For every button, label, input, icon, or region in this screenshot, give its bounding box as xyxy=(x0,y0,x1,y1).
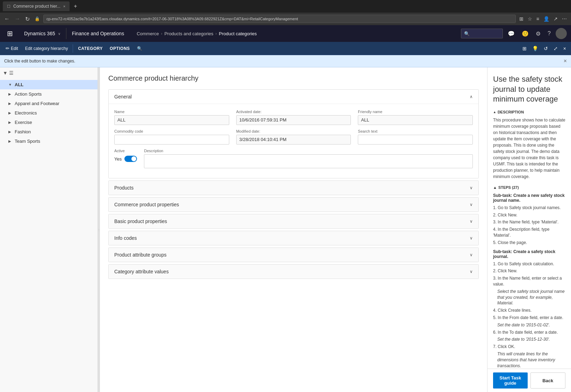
basic-properties-label: Basic product properties xyxy=(114,219,167,224)
info-codes-header[interactable]: Info codes ∨ xyxy=(109,231,478,245)
tree-chevron-fashion: ▶ xyxy=(8,130,13,134)
right-panel: Use the safety stock journal to update m… xyxy=(487,67,571,392)
brand-divider xyxy=(66,28,66,39)
back-button[interactable]: ← xyxy=(3,14,11,23)
modified-date-field: Modified date: 3/28/2018 04:10:41 PM xyxy=(236,129,351,145)
tree-item-apparel[interactable]: ▶ Apparel and Footwear xyxy=(4,99,97,108)
edit-button[interactable]: ✏ Edit xyxy=(3,43,21,54)
settings-button[interactable]: ⚙ xyxy=(534,29,543,38)
profile-button[interactable]: 👤 xyxy=(542,15,551,23)
products-section: Products ∨ xyxy=(108,180,479,195)
tree-label-team-sports: Team Sports xyxy=(15,139,93,144)
tree-item-action-sports[interactable]: ▶ Action Sports xyxy=(4,89,97,99)
toolbar-right-actions: ⊞ 💡 ↺ ⤢ × xyxy=(520,44,568,53)
step-1-1: 1. Go to Safety stock journal names. xyxy=(493,205,565,211)
friendly-name-field: Friendly name ALL xyxy=(358,110,473,125)
search-text-value xyxy=(358,135,473,145)
step-2-4: 4. Click Create lines. xyxy=(493,308,565,313)
filter-icon[interactable]: ▼ xyxy=(3,70,8,76)
breadcrumb-current: Product categories xyxy=(219,31,256,36)
step-1-2: 2. Click New. xyxy=(493,212,565,218)
tree-item-electronics[interactable]: ▶ Electronics xyxy=(4,108,97,118)
basic-properties-header[interactable]: Basic product properties ∨ xyxy=(109,214,478,228)
activated-date-value: 10/6/2016 07:59:31 PM xyxy=(236,115,351,125)
user-avatar[interactable] xyxy=(556,28,567,39)
browser-tab[interactable]: ☐ Commerce product hier... × xyxy=(3,1,70,11)
description-label: Description xyxy=(144,149,473,153)
general-section: General ∧ Name ALL Activated date: 10/6/… xyxy=(108,89,479,178)
active-field: Active Yes xyxy=(114,149,137,168)
address-bar[interactable] xyxy=(43,15,516,23)
breadcrumb: Commerce › Products and categories › Pro… xyxy=(128,31,461,36)
step-2-2: 2. Click New. xyxy=(493,268,565,274)
more-button[interactable]: ⋯ xyxy=(561,15,568,23)
extensions-button[interactable]: ⊞ xyxy=(518,15,525,23)
start-task-guide-button[interactable]: Start Task guide xyxy=(493,372,528,389)
brand-chevron-icon[interactable]: ∨ xyxy=(58,32,60,36)
toolbar-divider-1 xyxy=(73,44,73,53)
tab-close-icon[interactable]: × xyxy=(63,4,65,8)
tree-item-all[interactable]: ▼ ALL xyxy=(0,80,97,89)
general-section-header[interactable]: General ∧ xyxy=(109,90,478,104)
toolbar-close-button[interactable]: × xyxy=(561,44,568,53)
active-toggle[interactable] xyxy=(124,156,137,162)
toolbar-refresh-button[interactable]: ↺ xyxy=(542,44,550,53)
toolbar-expand-button[interactable]: ⤢ xyxy=(551,44,560,53)
favorites-button[interactable]: ☆ xyxy=(526,15,534,23)
attribute-groups-label: Product attribute groups xyxy=(114,252,166,258)
chat-button[interactable]: 💬 xyxy=(506,29,517,38)
tree-item-fashion[interactable]: ▶ Fashion xyxy=(4,127,97,136)
activated-date-label: Activated date: xyxy=(236,110,351,114)
description-section-header[interactable]: ▲ DESCRIPTION xyxy=(493,110,565,114)
list-view-icon[interactable]: ☰ xyxy=(9,70,14,76)
category-tree: ▼ ALL ▶ Action Sports ▶ Apparel and Foot… xyxy=(0,79,97,392)
commerce-properties-header[interactable]: Commerce product properties ∨ xyxy=(109,198,478,212)
refresh-button[interactable]: ↻ xyxy=(24,14,31,24)
products-section-header[interactable]: Products ∨ xyxy=(109,181,478,195)
share-button[interactable]: ↗ xyxy=(552,15,559,23)
attribute-groups-header[interactable]: Product attribute groups ∨ xyxy=(109,248,478,262)
browser-menu-button[interactable]: ≡ xyxy=(535,15,541,23)
toolbar-office-button[interactable]: ⊞ xyxy=(520,44,529,53)
category-attribute-values-header[interactable]: Category attribute values ∨ xyxy=(109,265,478,279)
toolbar-search-button[interactable]: 🔍 xyxy=(134,43,145,54)
feedback-button[interactable]: 🙂 xyxy=(520,29,531,38)
info-banner-close-icon[interactable]: × xyxy=(564,58,567,64)
attribute-groups-chevron-icon: ∨ xyxy=(470,252,473,257)
top-search-box[interactable]: 🔍 xyxy=(461,29,503,38)
waffle-menu-button[interactable]: ⊞ xyxy=(4,27,16,40)
edit-category-hierarchy-label: Edit category hierarchy xyxy=(25,46,68,51)
tree-item-team-sports[interactable]: ▶ Team Sports xyxy=(4,136,97,146)
breadcrumb-products-categories[interactable]: Products and categories xyxy=(164,31,213,36)
form-row-1: Name ALL Activated date: 10/6/2016 07:59… xyxy=(114,110,473,125)
back-button[interactable]: Back xyxy=(530,372,566,389)
tree-label-electronics: Electronics xyxy=(15,110,93,116)
step-1-3: 3. In the Name field, type 'Material'. xyxy=(493,219,565,225)
options-tab-label[interactable]: OPTIONS xyxy=(107,45,133,52)
step-1-4: 4. In the Description field, type 'Mater… xyxy=(493,227,565,238)
tree-chevron-electronics: ▶ xyxy=(8,111,13,115)
tree-chevron-team-sports: ▶ xyxy=(8,139,13,143)
attribute-groups-section: Product attribute groups ∨ xyxy=(108,247,479,262)
new-tab-button[interactable]: + xyxy=(74,3,77,9)
breadcrumb-commerce[interactable]: Commerce xyxy=(137,31,159,36)
breadcrumb-sep-2: › xyxy=(216,31,217,36)
right-panel-title: Use the safety stock journal to update m… xyxy=(493,74,565,104)
dynamics-365-label[interactable]: Dynamics 365 xyxy=(24,31,55,36)
category-tab-label[interactable]: CATEGORY xyxy=(75,45,106,52)
step-2-5: 5. In the From date field, enter a date. xyxy=(493,315,565,321)
steps-section-header[interactable]: ▲ STEPS (27) xyxy=(493,185,565,190)
form-row-3: Active Yes Description xyxy=(114,149,473,168)
tree-item-exercise[interactable]: ▶ Exercise xyxy=(4,118,97,127)
products-section-label: Products xyxy=(114,185,133,191)
step-1-5: 5. Close the page. xyxy=(493,240,565,246)
top-navigation: ⊞ Dynamics 365 ∨ Finance and Operations … xyxy=(0,25,571,42)
toolbar-lightbulb-button[interactable]: 💡 xyxy=(530,44,540,53)
tab-title: Commerce product hier... xyxy=(13,4,60,9)
help-button[interactable]: ? xyxy=(545,29,553,38)
edit-category-hierarchy-button[interactable]: Edit category hierarchy xyxy=(22,43,71,54)
steps-chevron-icon: ▲ xyxy=(493,185,497,190)
name-label: Name xyxy=(114,110,229,114)
forward-button[interactable]: → xyxy=(13,14,22,23)
name-field: Name ALL xyxy=(114,110,229,125)
